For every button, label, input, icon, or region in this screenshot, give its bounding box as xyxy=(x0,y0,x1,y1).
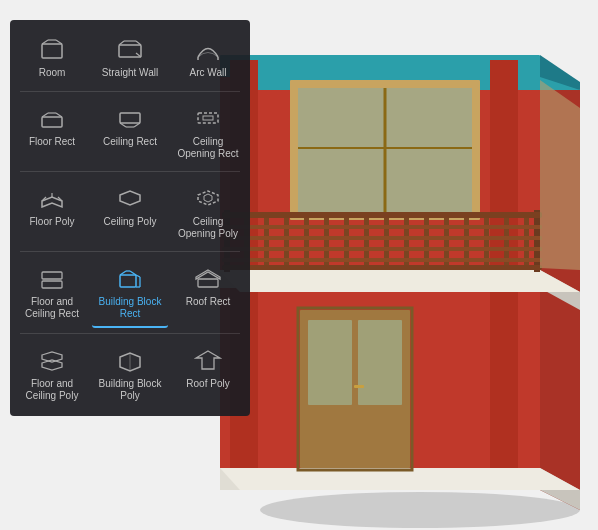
svg-rect-38 xyxy=(222,236,542,240)
toolbar-item-roof-poly[interactable]: Roof Poly xyxy=(170,339,246,408)
toolbar-panel: Room Straight Wall xyxy=(10,20,250,416)
svg-point-0 xyxy=(260,492,580,528)
svg-rect-41 xyxy=(222,265,542,270)
floor-poly-icon xyxy=(36,185,68,213)
building-block-poly-icon xyxy=(114,347,146,375)
arc-wall-icon xyxy=(192,36,224,64)
svg-rect-45 xyxy=(354,385,364,388)
svg-rect-76 xyxy=(42,272,62,279)
ceiling-opening-poly-icon xyxy=(192,185,224,213)
floor-ceiling-poly-icon xyxy=(36,347,68,375)
roof-poly-icon xyxy=(192,347,224,375)
svg-marker-74 xyxy=(198,191,218,205)
floor-ceiling-rect-icon xyxy=(36,265,68,293)
ceiling-rect-icon xyxy=(114,105,146,133)
divider-3 xyxy=(20,251,240,252)
svg-rect-86 xyxy=(198,279,218,287)
toolbar-item-arc-wall[interactable]: Arc Wall xyxy=(170,28,246,86)
svg-rect-44 xyxy=(358,320,402,405)
svg-rect-59 xyxy=(42,117,62,127)
svg-marker-85 xyxy=(196,270,220,279)
svg-rect-36 xyxy=(222,212,542,218)
svg-rect-77 xyxy=(42,281,62,288)
divider-1 xyxy=(20,91,240,92)
toolbar-item-floor-rect[interactable]: Floor Rect xyxy=(14,97,90,166)
svg-rect-35 xyxy=(534,210,540,272)
divider-4 xyxy=(20,333,240,334)
toolbar-item-roof-rect[interactable]: Roof Rect xyxy=(170,257,246,328)
svg-rect-78 xyxy=(120,275,136,287)
svg-rect-52 xyxy=(119,45,141,57)
divider-2 xyxy=(20,171,240,172)
toolbar-grid: Room Straight Wall xyxy=(14,28,246,408)
svg-rect-48 xyxy=(42,44,62,58)
ceiling-poly-icon xyxy=(114,185,146,213)
svg-rect-39 xyxy=(222,247,542,251)
room-icon xyxy=(36,36,68,64)
toolbar-item-ceiling-poly[interactable]: Ceiling Poly xyxy=(92,177,168,246)
svg-rect-40 xyxy=(222,258,542,262)
svg-marker-75 xyxy=(204,194,212,202)
svg-marker-47 xyxy=(540,80,580,270)
svg-rect-67 xyxy=(198,113,218,123)
svg-rect-37 xyxy=(222,225,542,229)
svg-rect-63 xyxy=(120,113,140,123)
ceiling-opening-rect-icon xyxy=(192,105,224,133)
toolbar-item-ceiling-rect[interactable]: Ceiling Rect xyxy=(92,97,168,166)
toolbar-item-building-block-rect[interactable]: Building Block Rect xyxy=(92,257,168,328)
roof-rect-icon xyxy=(192,265,224,293)
toolbar-item-ceiling-opening-rect[interactable]: Ceiling Opening Rect xyxy=(170,97,246,166)
toolbar-item-floor-poly[interactable]: Floor Poly xyxy=(14,177,90,246)
toolbar-item-building-block-poly[interactable]: Building Block Poly xyxy=(92,339,168,408)
building-block-rect-icon xyxy=(114,265,146,293)
floor-rect-icon xyxy=(36,105,68,133)
svg-marker-18 xyxy=(218,270,580,292)
svg-rect-68 xyxy=(203,116,213,120)
svg-marker-73 xyxy=(120,191,140,205)
toolbar-item-ceiling-opening-poly[interactable]: Ceiling Opening Poly xyxy=(170,177,246,246)
svg-marker-91 xyxy=(196,351,220,369)
toolbar-item-straight-wall[interactable]: Straight Wall xyxy=(92,28,168,86)
toolbar-item-floor-ceiling-rect[interactable]: Floor and Ceiling Rect xyxy=(14,257,90,328)
toolbar-item-room[interactable]: Room xyxy=(14,28,90,86)
straight-wall-icon xyxy=(114,36,146,64)
svg-rect-43 xyxy=(308,320,352,405)
toolbar-item-floor-ceiling-poly[interactable]: Floor and Ceiling Poly xyxy=(14,339,90,408)
